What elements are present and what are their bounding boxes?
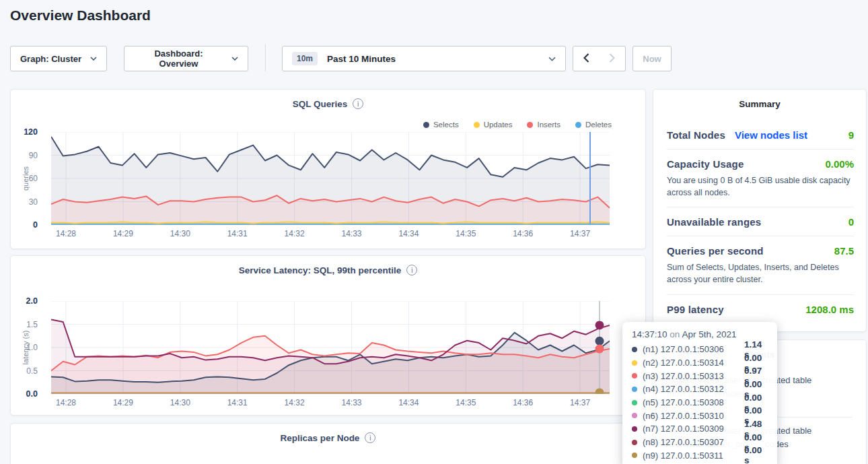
x-tick-label: 14:31 (227, 229, 248, 238)
node-color-dot (632, 360, 637, 366)
graph-dropdown[interactable]: Graph: Cluster (10, 46, 107, 71)
legend-label: Updates (484, 121, 513, 129)
summary-row-label: Unavailable ranges (667, 216, 761, 228)
x-tick-label: 14:33 (341, 229, 361, 238)
tooltip-timestamp: 14:37:10 on Apr 5th, 2021 (632, 329, 768, 339)
service-latency-plot[interactable] (51, 301, 610, 394)
x-tick-label: 14:30 (170, 229, 190, 238)
summary-row-description: Sum of Selects, Updates, Inserts, and De… (667, 261, 854, 286)
node-color-dot (632, 440, 637, 445)
y-tick-label: 0.0 (26, 389, 38, 399)
x-tick-label: 14:36 (513, 229, 533, 238)
node-color-dot (632, 373, 637, 378)
chart-hover-tooltip: 14:37:10 on Apr 5th, 2021 (n1) 127.0.0.1… (622, 322, 777, 464)
graph-dropdown-label: Graph: Cluster (20, 54, 81, 64)
y-tick-label: 0 (33, 220, 38, 230)
tooltip-node-label: (n3) 127.0.0.1:50313 (643, 371, 739, 381)
legend-label: Inserts (537, 121, 560, 129)
node-color-dot (632, 347, 637, 352)
legend-label: Selects (433, 121, 459, 129)
y-tick-label: 1.5 (26, 320, 38, 329)
y-axis-ticks: 0306090120 (11, 132, 40, 225)
y-tick-label: 2.0 (26, 296, 38, 306)
summary-row-description: You are using 0 B of 4.5 GiB usable disk… (667, 174, 854, 199)
tooltip-node-rows: (n1) 127.0.0.1:503061.14 s(n2) 127.0.0.1… (632, 343, 768, 462)
view-nodes-list-link[interactable]: View nodes list (735, 129, 807, 141)
x-tick-label: 14:29 (113, 229, 133, 238)
summary-row-value: 1208.0 ms (805, 304, 854, 315)
node-color-dot (632, 426, 637, 432)
legend-item-selects[interactable]: Selects (423, 121, 459, 129)
summary-row: Queries per second87.5Sum of Selects, Up… (667, 236, 854, 294)
x-tick-label: 14:28 (56, 398, 76, 407)
legend-label: Deletes (585, 121, 612, 129)
sql-queries-plot[interactable] (51, 132, 610, 225)
summary-row: Unavailable ranges0 (667, 207, 854, 236)
x-tick-label: 14:32 (285, 229, 305, 238)
tooltip-node-label: (n7) 127.0.0.1:50309 (643, 424, 739, 434)
chevron-down-icon (231, 57, 238, 61)
summary-row: P99 latency1208.0 ms (667, 295, 854, 323)
info-icon[interactable] (365, 432, 375, 443)
time-window-badge: 10m (292, 52, 318, 65)
info-icon[interactable] (353, 98, 363, 109)
legend-item-updates[interactable]: Updates (474, 121, 513, 129)
y-tick-label: 60 (29, 174, 38, 183)
summary-row-value: 0 (848, 216, 854, 228)
legend-dot (423, 122, 429, 128)
x-tick-label: 14:32 (285, 398, 305, 407)
time-prev-button[interactable] (573, 46, 600, 71)
x-tick-label: 14:35 (456, 229, 476, 238)
y-tick-label: 120 (24, 127, 38, 137)
chart-title: Replicas per Node (281, 433, 360, 443)
chart-title: SQL Queries (293, 99, 348, 109)
tooltip-node-label: (n8) 127.0.0.1:50307 (643, 437, 739, 447)
x-tick-label: 14:30 (170, 398, 190, 407)
summary-row-value: 0.00% (825, 158, 854, 170)
time-window-selector[interactable]: 10m Past 10 Minutes (282, 46, 566, 71)
dashboard-dropdown[interactable]: Dashboard: Overview (124, 46, 248, 71)
x-tick-label: 14:29 (113, 398, 133, 407)
y-axis-ticks: 0.00.51.01.52.0 (11, 301, 40, 394)
overview-dashboard-page: Overview Dashboard Graph: Cluster Dashbo… (0, 0, 868, 464)
chart-legend: SelectsUpdatesInsertsDeletes (423, 121, 612, 129)
tooltip-date: Apr 5th, 2021 (682, 329, 736, 339)
summary-row: Total NodesView nodes list9 (667, 121, 854, 150)
y-tick-label: 90 (29, 151, 38, 160)
summary-title: Summary (653, 99, 866, 109)
time-window-label: Past 10 Minutes (327, 54, 396, 64)
y-tick-label: 30 (29, 197, 38, 207)
time-next-button[interactable] (599, 46, 626, 71)
legend-dot (527, 122, 533, 128)
legend-item-inserts[interactable]: Inserts (527, 121, 560, 129)
service-latency-chart-card: Service Latency: SQL, 99th percentile la… (10, 255, 646, 416)
info-icon[interactable] (406, 265, 417, 275)
chevron-left-icon (583, 53, 589, 65)
tooltip-time: 14:37:10 (632, 329, 667, 339)
summary-row-label: Total Nodes (667, 129, 725, 141)
node-color-dot (632, 413, 637, 418)
now-button[interactable]: Now (632, 46, 672, 71)
legend-item-deletes[interactable]: Deletes (575, 121, 612, 129)
x-tick-label: 14:34 (398, 398, 419, 407)
legend-dot (575, 122, 581, 128)
sql-queries-chart-card: SQL Queries SelectsUpdatesInsertsDeletes… (10, 89, 646, 249)
summary-row-value: 9 (848, 129, 854, 141)
replicas-per-node-chart-card: Replicas per Node (10, 423, 646, 464)
tooltip-node-label: (n5) 127.0.0.1:50308 (643, 397, 739, 407)
chart-title: Service Latency: SQL, 99th percentile (239, 265, 402, 275)
x-tick-label: 14:37 (570, 229, 590, 238)
legend-dot (474, 122, 480, 128)
x-axis-ticks: 14:2814:2914:3014:3114:3214:3314:3414:35… (51, 229, 610, 240)
tooltip-node-value: 0.00 s (744, 445, 768, 464)
node-color-dot (632, 453, 637, 458)
summary-row-label: P99 latency (667, 304, 724, 315)
tooltip-node-label: (n6) 127.0.0.1:50310 (643, 411, 739, 421)
y-tick-label: 1.0 (26, 343, 38, 352)
node-color-dot (632, 387, 637, 392)
x-tick-label: 14:36 (513, 398, 533, 407)
x-tick-label: 14:34 (398, 229, 419, 238)
x-tick-label: 14:37 (570, 398, 590, 407)
chevron-down-icon (90, 57, 97, 61)
chevron-down-icon (548, 57, 556, 61)
